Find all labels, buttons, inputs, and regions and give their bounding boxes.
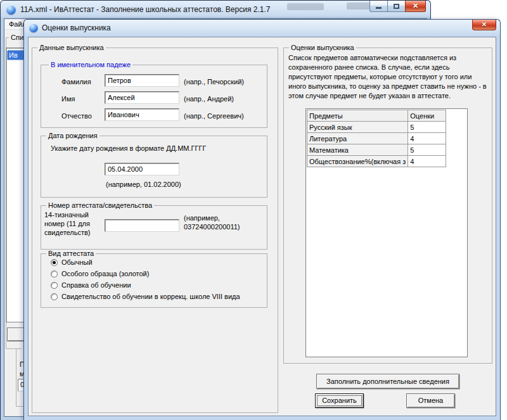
certificate-number-label: Номер аттестата/свидетельства — [46, 201, 154, 209]
radio-gold[interactable]: Особого образца (золотой) — [51, 270, 149, 277]
radio-correctional[interactable]: Свидетельство об обучении в коррекц. шко… — [51, 293, 240, 300]
radio-label: Обычный — [61, 258, 93, 266]
glass-reflection — [287, 3, 324, 10]
radio-label: Особого образца (золотой) — [61, 270, 149, 277]
radio-label: Свидетельство об обучении в коррекц. шко… — [61, 293, 240, 300]
grades-table: Предметы Оценки Русский язык 5 Литератур… — [307, 110, 446, 167]
certificate-type-label: Вид аттестата — [46, 250, 96, 257]
grades-grid[interactable]: Предметы Оценки Русский язык 5 Литератур… — [305, 108, 468, 357]
dialog-title: Оценки выпускника — [42, 23, 111, 32]
patronymic-label: Отчество — [61, 112, 92, 120]
grade-cell[interactable]: 5 — [408, 122, 446, 133]
nominative-label: В именительном падеже — [49, 61, 132, 68]
certificate-number-hint-1: (например, — [184, 214, 220, 222]
maximize-button[interactable] — [387, 1, 406, 12]
caption-buttons: ✕ — [370, 1, 426, 12]
birthdate-hint: (например, 01.02.2000) — [106, 181, 181, 188]
radio-icon — [51, 293, 58, 300]
dialog-titlebar[interactable]: Оценки выпускника — [24, 20, 500, 36]
radio-icon — [51, 282, 58, 289]
table-row: Математика 5 — [307, 144, 446, 156]
grade-cell[interactable]: 4 — [408, 133, 446, 144]
subject-cell[interactable]: Обществознание%(включая з — [307, 156, 408, 167]
fill-additional-button[interactable]: Заполнить дополнительные сведения — [316, 374, 459, 389]
birthdate-input[interactable]: 05.04.2000 — [105, 163, 179, 175]
grades-group-label: Оценки выпускника — [289, 44, 356, 51]
birthdate-instruction: Укажите дату рождения в формате ДД.ММ.ГГ… — [51, 144, 206, 152]
lastname-input[interactable]: Петров — [105, 74, 179, 87]
graduate-data-label: Данные выпускника — [37, 44, 106, 51]
header-grades[interactable]: Оценки — [408, 110, 446, 122]
firstname-hint: (напр., Андрей) — [184, 95, 234, 103]
subject-cell[interactable]: Литература — [307, 133, 408, 144]
grades-description: Список предметов автоматически подставля… — [288, 53, 490, 101]
app-icon — [6, 5, 16, 15]
certificate-number-input[interactable] — [105, 219, 179, 232]
radio-regular[interactable]: Обычный — [51, 258, 93, 266]
radio-label: Справка об обучении — [61, 281, 131, 289]
maximize-icon — [394, 4, 399, 9]
minimize-icon — [376, 7, 382, 9]
dialog-app-icon — [29, 23, 38, 32]
grade-cell[interactable]: 4 — [408, 156, 446, 167]
certificate-number-hint-2: 03724000200011) — [184, 223, 240, 231]
table-row: Литература 4 — [307, 133, 446, 144]
lastname-hint: (напр., Печорский) — [184, 78, 244, 86]
grades-dialog: Оценки выпускника ✕ Данные выпускника В … — [23, 19, 501, 420]
minimize-button[interactable] — [369, 1, 388, 12]
table-row: Обществознание%(включая з 4 — [307, 156, 446, 167]
birthdate-label: Дата рождения — [46, 132, 99, 139]
header-subjects[interactable]: Предметы — [307, 110, 408, 122]
close-icon: ✕ — [482, 21, 487, 28]
dialog-close-button[interactable]: ✕ — [472, 20, 496, 30]
table-row: Русский язык 5 — [307, 122, 446, 133]
save-button[interactable]: Сохранить — [315, 393, 364, 408]
certificate-number-field-label: 14-тизначный номер (11 для свидетельств) — [44, 210, 105, 237]
patronymic-hint: (напр., Сергеевич) — [184, 112, 244, 120]
table-header-row: Предметы Оценки — [307, 110, 446, 122]
close-button[interactable]: ✕ — [405, 1, 426, 12]
main-window-title: 11A.xml - ИвАттестат - Заполнение школьн… — [20, 5, 270, 14]
radio-icon — [51, 259, 58, 266]
grade-cell[interactable]: 5 — [408, 144, 446, 156]
lastname-label: Фамилия — [61, 78, 91, 86]
patronymic-input[interactable]: Иванович — [105, 108, 179, 121]
close-icon: ✕ — [413, 2, 418, 10]
main-titlebar[interactable]: 11A.xml - ИвАттестат - Заполнение школьн… — [1, 1, 430, 18]
dialog-client-area: Данные выпускника В именительном падеже … — [28, 37, 496, 416]
firstname-input[interactable]: Алексей — [105, 91, 179, 104]
cancel-button[interactable]: Отмена — [406, 393, 455, 408]
radio-study-reference[interactable]: Справка об обучении — [51, 281, 131, 289]
firstname-label: Имя — [61, 95, 75, 103]
subject-cell[interactable]: Русский язык — [307, 122, 408, 133]
radio-icon — [51, 270, 58, 277]
subject-cell[interactable]: Математика — [307, 144, 408, 156]
